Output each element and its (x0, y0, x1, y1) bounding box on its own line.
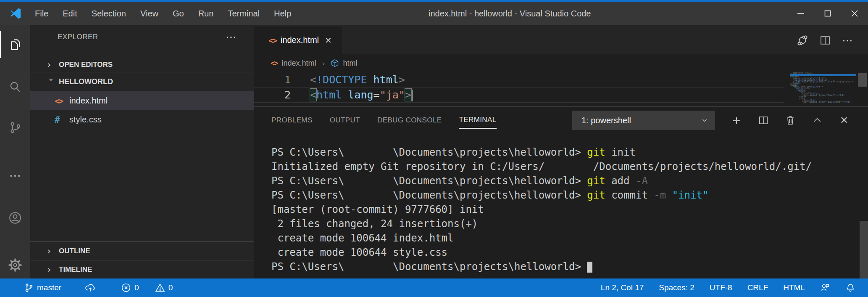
terminal-line: create mode 100644 index.html (271, 231, 868, 245)
menu-file[interactable]: File (28, 2, 55, 25)
code-editor[interactable]: 1<!DOCTYPE html>2<html lang="ja"> <!DOCT… (254, 72, 868, 106)
chevron-down-icon (701, 117, 708, 124)
eol-setting[interactable]: CRLF (747, 283, 768, 292)
code-line[interactable]: 1<!DOCTYPE html> (254, 72, 784, 88)
panel-header: PROBLEMS OUTPUT DEBUG CONSOLE TERMINAL 1… (254, 107, 868, 134)
tab-close-icon[interactable]: ✕ (325, 35, 332, 45)
terminal-token: 2 files changed, 24 insertions(+) (271, 218, 478, 230)
folder-name: HELLOWORLD (59, 77, 113, 86)
outline-label: OUTLINE (59, 247, 90, 255)
more-views-button[interactable] (0, 162, 30, 189)
outline-section[interactable]: › OUTLINE (30, 241, 254, 260)
tab-bar: <> index.html ✕ ⋯ (254, 25, 868, 54)
activity-bar (0, 25, 30, 278)
tab-terminal[interactable]: TERMINAL (459, 116, 496, 129)
terminal-token: git (587, 175, 605, 187)
account-button[interactable] (0, 204, 30, 231)
feedback-button[interactable] (820, 283, 830, 293)
branch-indicator[interactable]: master (24, 283, 61, 292)
terminal-token: PS C:\Users\ \Documents\projects\hellowo… (271, 261, 587, 273)
editor-scrollbar[interactable] (858, 73, 867, 87)
terminal-token: "init" (672, 189, 709, 201)
minimize-button[interactable] (787, 2, 814, 25)
window-title: index.html - helloworld - Visual Studio … (429, 2, 591, 25)
code-text: <html lang="ja"> (291, 88, 413, 103)
explorer-more-actions-icon[interactable]: ⋯ (226, 35, 237, 39)
cloud-upload-icon (85, 282, 96, 293)
tab-problems[interactable]: PROBLEMS (271, 116, 313, 125)
maximize-button[interactable] (814, 2, 841, 25)
html-file-icon: <> (268, 36, 276, 45)
split-editor-icon[interactable] (819, 34, 831, 46)
menu-selection[interactable]: Selection (84, 2, 133, 25)
file-item-style-css[interactable]: # style.css (30, 110, 254, 129)
code-token: !DOCTYPE (316, 74, 367, 86)
notifications-button[interactable] (845, 283, 855, 293)
menu-terminal[interactable]: Terminal (221, 2, 267, 25)
encoding-setting[interactable]: UTF-8 (710, 283, 732, 292)
tab-label: index.html (281, 35, 319, 45)
open-editors-section[interactable]: › OPEN EDITORS (30, 57, 254, 72)
terminal[interactable]: PS C:\Users\ \Documents\projects\hellowo… (254, 134, 868, 278)
minimap-lines: <!DOCTYPE html><html lang="ja"><head> <m… (790, 72, 856, 103)
split-icon (758, 115, 769, 126)
code-token: < (310, 74, 316, 86)
editor-more-actions-icon[interactable]: ⋯ (842, 38, 854, 42)
line-number: 1 (254, 72, 291, 88)
menu-view[interactable]: View (133, 2, 166, 25)
source-control-activity-button[interactable] (0, 114, 30, 141)
terminal-token: -m (654, 189, 666, 201)
language-mode[interactable]: HTML (783, 283, 805, 292)
timeline-section[interactable]: › TIMELINE (30, 260, 254, 278)
terminal-line: [master (root-commit) 9777660] init (271, 202, 868, 217)
tab-output[interactable]: OUTPUT (330, 116, 360, 125)
settings-button[interactable] (0, 252, 30, 278)
menu-run[interactable]: Run (191, 2, 221, 25)
terminal-token: -A (636, 175, 648, 187)
window-controls (787, 2, 868, 25)
menu-help[interactable]: Help (267, 2, 298, 25)
menu-go[interactable]: Go (166, 2, 191, 25)
code-line[interactable]: 2<html lang="ja"> (254, 88, 784, 103)
new-terminal-button[interactable]: + (725, 111, 748, 130)
terminal-token: git (587, 189, 605, 201)
tab-index-html[interactable]: <> index.html ✕ (254, 27, 342, 54)
terminal-line: PS C:\Users\ \Documents\projects\hellowo… (271, 174, 868, 188)
terminal-line: PS C:\Users\ \Documents\projects\hellowo… (271, 260, 868, 274)
error-circle-icon (121, 283, 131, 293)
terminal-scrollbar[interactable] (860, 221, 868, 278)
breadcrumb-symbol[interactable]: html (343, 59, 357, 68)
close-panel-button[interactable]: ✕ (833, 111, 855, 130)
open-changes-icon[interactable] (797, 34, 808, 46)
file-name: style.css (69, 115, 102, 125)
workbench: EXPLORER ⋯ › OPEN EDITORS › HELLOWORLD <… (0, 25, 868, 278)
terminal-line: PS C:\Users\ \Documents\projects\hellowo… (271, 145, 868, 159)
indentation-setting[interactable]: Spaces: 2 (659, 283, 694, 292)
explorer-activity-button[interactable] (0, 31, 30, 58)
split-terminal-button[interactable] (752, 111, 775, 130)
search-activity-button[interactable] (0, 73, 30, 100)
minimap[interactable]: <!DOCTYPE html><html lang="ja"><head> <m… (790, 72, 856, 103)
tab-debug-console[interactable]: DEBUG CONSOLE (377, 116, 442, 125)
code-token (367, 74, 373, 86)
cursor-position[interactable]: Ln 2, Col 17 (601, 283, 644, 292)
breadcrumb-separator: › (321, 59, 326, 68)
breadcrumb-file[interactable]: index.html (281, 59, 316, 68)
folder-section-helloworld[interactable]: › HELLOWORLD (30, 72, 254, 91)
problems-indicator[interactable]: 0 0 (121, 283, 173, 293)
code-token: html (316, 89, 342, 101)
terminal-shell-dropdown[interactable]: 1: powershell (572, 111, 715, 130)
code-token: "ja" (380, 89, 405, 101)
file-item-index-html[interactable]: <> index.html (30, 91, 254, 110)
status-bar: master 0 0 L (0, 278, 868, 297)
code-token: > (405, 88, 412, 101)
publish-changes-button[interactable] (85, 282, 96, 293)
menu-edit[interactable]: Edit (55, 2, 84, 25)
chevron-right-icon: › (46, 59, 59, 70)
maximize-panel-button[interactable] (806, 111, 829, 130)
kill-terminal-button[interactable] (779, 111, 802, 130)
feedback-icon (820, 283, 830, 293)
code-text: <!DOCTYPE html> (291, 72, 405, 88)
close-button[interactable] (841, 2, 868, 25)
code-token: < (310, 88, 317, 101)
